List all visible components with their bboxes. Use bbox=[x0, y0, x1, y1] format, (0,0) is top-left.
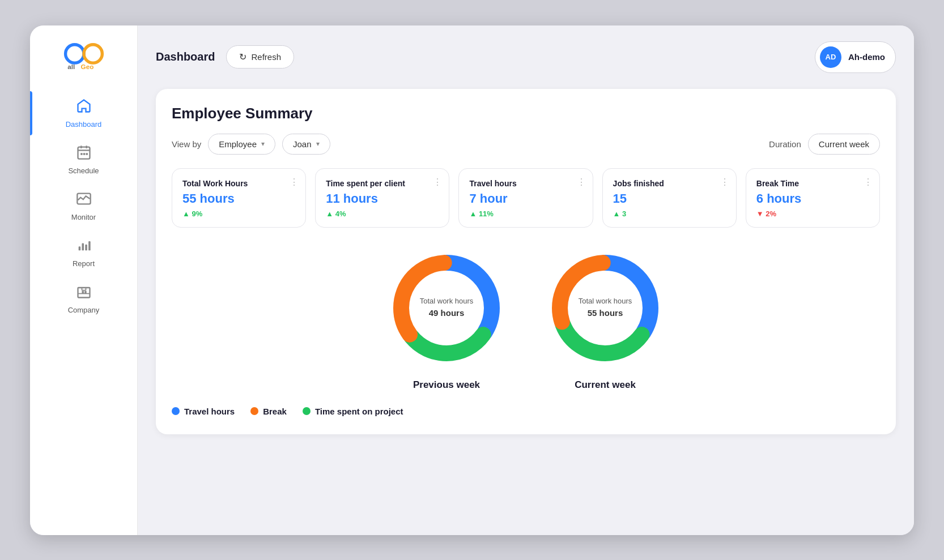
refresh-label: Refresh bbox=[251, 52, 281, 62]
stat-card-menu[interactable]: ⋮ bbox=[720, 177, 729, 187]
stats-row: ⋮ Total Work Hours 55 hours ▲ 9% ⋮ Time … bbox=[172, 168, 880, 228]
name-select[interactable]: Joan ▾ bbox=[282, 134, 330, 155]
legend-item: Time spent on project bbox=[303, 407, 403, 416]
stat-card-title: Break Time bbox=[756, 179, 869, 188]
legend: Travel hours Break Time spent on project bbox=[172, 407, 880, 416]
duration-area: Duration Current week bbox=[769, 134, 880, 155]
header: Dashboard ↻ Refresh AD Ah-demo bbox=[156, 41, 896, 73]
refresh-icon: ↻ bbox=[239, 52, 246, 62]
sidebar-item-schedule[interactable]: Schedule bbox=[35, 138, 133, 182]
duration-value: Current week bbox=[808, 134, 880, 155]
sidebar-item-dashboard[interactable]: Dashboard bbox=[35, 91, 133, 135]
avatar: AD bbox=[820, 46, 841, 68]
svg-rect-8 bbox=[80, 153, 83, 155]
stat-card-title: Total Work Hours bbox=[182, 179, 295, 188]
stat-card: ⋮ Travel hours 7 hour ▲ 11% bbox=[458, 168, 593, 228]
stat-card-change: ▲ 4% bbox=[326, 210, 439, 218]
svg-rect-9 bbox=[83, 153, 85, 155]
legend-item: Travel hours bbox=[172, 407, 235, 416]
svg-rect-13 bbox=[82, 243, 84, 250]
svg-rect-12 bbox=[78, 246, 80, 250]
svg-rect-14 bbox=[85, 244, 87, 250]
chevron-down-icon-2: ▾ bbox=[316, 140, 320, 148]
main-panel: Employee Summary View by Employee ▾ Joan… bbox=[156, 89, 896, 434]
logo-svg: all Geo bbox=[58, 39, 109, 73]
stat-card-title: Travel hours bbox=[469, 179, 582, 188]
stat-card-change: ▼ 2% bbox=[756, 210, 869, 218]
svg-text:Geo: Geo bbox=[80, 62, 93, 70]
duration-label: Duration bbox=[769, 139, 801, 149]
stat-card-title: Jobs finished bbox=[613, 179, 726, 188]
report-icon bbox=[76, 237, 92, 257]
nav-items: Dashboard Schedule bbox=[30, 91, 137, 321]
legend-label: Travel hours bbox=[184, 407, 235, 416]
sidebar-item-company[interactable]: Company bbox=[35, 277, 133, 321]
section-title: Employee Summary bbox=[172, 105, 880, 122]
stat-card-menu[interactable]: ⋮ bbox=[433, 177, 442, 187]
sidebar-item-label-dashboard: Dashboard bbox=[66, 120, 102, 129]
legend-dot bbox=[172, 407, 180, 415]
home-icon bbox=[76, 98, 92, 118]
page-title: Dashboard bbox=[156, 50, 215, 63]
sidebar-item-label-schedule: Schedule bbox=[68, 166, 99, 175]
legend-label: Break bbox=[263, 407, 287, 416]
stat-card-value: 11 hours bbox=[326, 191, 439, 206]
sidebar-item-report[interactable]: Report bbox=[35, 230, 133, 275]
stat-card-title: Time spent per client bbox=[326, 179, 439, 188]
charts-area: Total work hours49 hoursPrevious weekTot… bbox=[172, 246, 880, 391]
view-by-value: Employee bbox=[219, 139, 257, 149]
svg-text:55 hours: 55 hours bbox=[588, 308, 623, 318]
chart-wrapper-previous-week: Total work hours49 hoursPrevious week bbox=[384, 246, 509, 391]
user-area[interactable]: AD Ah-demo bbox=[815, 41, 896, 73]
stat-card-value: 15 bbox=[613, 191, 726, 206]
chart-label-current-week: Current week bbox=[575, 379, 636, 391]
stat-card: ⋮ Time spent per client 11 hours ▲ 4% bbox=[315, 168, 449, 228]
legend-item: Break bbox=[250, 407, 287, 416]
app-container: all Geo Dashboard bbox=[30, 25, 914, 535]
sidebar-item-monitor[interactable]: Monitor bbox=[35, 184, 133, 228]
stat-card-menu[interactable]: ⋮ bbox=[864, 177, 873, 187]
stat-card-value: 6 hours bbox=[756, 191, 869, 206]
svg-text:Total work hours: Total work hours bbox=[420, 297, 474, 305]
svg-rect-4 bbox=[78, 147, 90, 159]
username: Ah-demo bbox=[848, 52, 885, 62]
legend-label: Time spent on project bbox=[315, 407, 403, 416]
schedule-icon bbox=[76, 144, 92, 164]
main-content: Dashboard ↻ Refresh AD Ah-demo Employee … bbox=[138, 25, 914, 535]
svg-rect-19 bbox=[82, 288, 86, 290]
chevron-down-icon: ▾ bbox=[261, 140, 265, 148]
monitor-icon bbox=[76, 191, 92, 211]
view-by-select[interactable]: Employee ▾ bbox=[208, 134, 275, 155]
stat-card-value: 7 hour bbox=[469, 191, 582, 206]
stat-card-menu[interactable]: ⋮ bbox=[290, 177, 299, 187]
stat-card-change: ▲ 11% bbox=[469, 210, 582, 218]
stat-card: ⋮ Break Time 6 hours ▼ 2% bbox=[746, 168, 880, 228]
svg-rect-10 bbox=[86, 153, 88, 155]
stat-card-change: ▲ 3 bbox=[613, 210, 726, 218]
company-icon bbox=[76, 284, 92, 303]
stat-card: ⋮ Total Work Hours 55 hours ▲ 9% bbox=[172, 168, 306, 228]
svg-text:Total work hours: Total work hours bbox=[579, 297, 632, 305]
chart-wrapper-current-week: Total work hours55 hoursCurrent week bbox=[543, 246, 667, 391]
filter-row: View by Employee ▾ Joan ▾ Duration Curre… bbox=[172, 134, 880, 155]
stat-card-menu[interactable]: ⋮ bbox=[577, 177, 586, 187]
stat-card-change: ▲ 9% bbox=[182, 210, 295, 218]
name-value: Joan bbox=[293, 139, 312, 149]
view-by-label: View by bbox=[172, 139, 201, 149]
svg-point-0 bbox=[65, 44, 83, 62]
stat-card-value: 55 hours bbox=[182, 191, 295, 206]
donut-chart-previous-week: Total work hours49 hours bbox=[384, 246, 509, 370]
svg-point-1 bbox=[84, 44, 102, 62]
sidebar-item-label-company: Company bbox=[68, 306, 100, 314]
sidebar-item-label-report: Report bbox=[73, 259, 95, 268]
stat-card: ⋮ Jobs finished 15 ▲ 3 bbox=[602, 168, 737, 228]
svg-text:all: all bbox=[67, 62, 75, 70]
sidebar-item-label-monitor: Monitor bbox=[71, 213, 96, 221]
refresh-button[interactable]: ↻ Refresh bbox=[226, 45, 294, 69]
logo-area: all Geo bbox=[58, 39, 109, 73]
donut-chart-current-week: Total work hours55 hours bbox=[543, 246, 667, 370]
sidebar: all Geo Dashboard bbox=[30, 25, 138, 535]
svg-text:49 hours: 49 hours bbox=[429, 308, 465, 318]
header-left: Dashboard ↻ Refresh bbox=[156, 45, 294, 69]
legend-dot bbox=[250, 407, 258, 415]
